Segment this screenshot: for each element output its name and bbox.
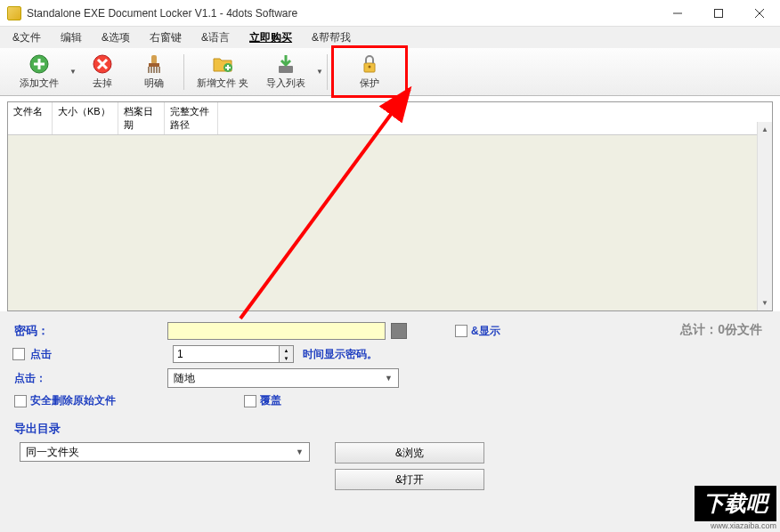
browse-label: &浏览 <box>395 446 424 461</box>
protect-button[interactable]: 保护 <box>339 50 400 93</box>
scroll-up-icon[interactable]: ▲ <box>758 122 772 137</box>
add-files-button[interactable]: 添加文件 <box>14 50 64 93</box>
spinner-buttons[interactable]: ▲ ▼ <box>280 345 294 363</box>
show-checkbox[interactable] <box>455 325 467 337</box>
toolbar-separator <box>183 54 184 90</box>
app-icon <box>7 6 21 20</box>
col-size[interactable]: 大小（KB） <box>53 102 118 134</box>
svg-rect-15 <box>279 66 293 73</box>
watermark-url: www.xiazaiba.com <box>695 521 776 530</box>
spinner-up-icon[interactable]: ▲ <box>280 346 293 354</box>
remove-label: 去掉 <box>93 77 112 90</box>
new-folder-button[interactable]: 新增文件 夹 <box>191 50 254 93</box>
menu-rightkey[interactable]: 右窗键 <box>141 28 191 47</box>
toolbar-separator-2 <box>327 54 328 90</box>
menu-language[interactable]: &语言 <box>192 28 239 47</box>
time-display-label: 时间显示密码。 <box>303 347 378 362</box>
file-list-panel: 文件名 大小（KB） 档案日期 完整文件路径 ▲ ▼ <box>7 101 773 311</box>
lock-icon <box>359 53 380 75</box>
minimize-button[interactable] <box>657 0 698 27</box>
export-dir-label: 导出目录 <box>14 421 61 437</box>
browse-button[interactable]: &浏览 <box>335 442 484 463</box>
new-folder-label: 新增文件 夹 <box>197 77 248 90</box>
menu-options[interactable]: &选项 <box>93 28 139 47</box>
maximize-button[interactable] <box>698 0 739 27</box>
clear-icon <box>143 53 165 75</box>
click2-label: 点击： <box>14 371 167 386</box>
position-select[interactable]: 随地 ▼ <box>167 368 399 388</box>
watermark-text: 下载吧 <box>695 486 776 521</box>
remove-button[interactable]: 去掉 <box>80 50 125 93</box>
import-dropdown-icon[interactable]: ▼ <box>316 68 323 76</box>
click-label: 点击 <box>30 347 173 362</box>
folder-icon <box>212 53 233 75</box>
open-button[interactable]: &打开 <box>335 469 484 490</box>
import-list-button[interactable]: 导入列表 <box>261 50 311 93</box>
spinner-down-icon[interactable]: ▼ <box>280 354 293 362</box>
titlebar: Standalone EXE Document Locker V1.1 - 4d… <box>0 0 780 27</box>
overwrite-checkbox[interactable] <box>244 395 256 407</box>
import-label: 导入列表 <box>266 77 305 90</box>
password-strength-box <box>391 323 407 339</box>
col-path[interactable]: 完整文件路径 <box>165 102 218 134</box>
vertical-scrollbar[interactable]: ▲ ▼ <box>757 122 772 310</box>
time-spinner[interactable]: 1 <box>173 345 280 363</box>
col-name[interactable]: 文件名 <box>8 102 53 134</box>
svg-point-17 <box>368 66 370 69</box>
window-title: Standalone EXE Document Locker V1.1 - 4d… <box>27 7 297 20</box>
window-controls <box>657 0 780 27</box>
svg-rect-10 <box>151 55 157 64</box>
watermark: 下载吧 www.xiazaiba.com <box>695 486 776 530</box>
clear-button[interactable]: 明确 <box>132 50 176 93</box>
close-button[interactable] <box>739 0 780 27</box>
col-date[interactable]: 档案日期 <box>118 102 165 134</box>
add-icon <box>28 53 50 75</box>
settings-panel: 总计：0份文件 密码： &显示 点击 1 ▲ ▼ 时间显示密码。 点击： 随地 … <box>0 311 780 532</box>
position-select-value: 随地 <box>174 371 195 386</box>
menu-edit[interactable]: 编辑 <box>52 28 91 47</box>
secure-delete-label: 安全删除原始文件 <box>30 393 244 408</box>
click-checkbox[interactable] <box>12 348 25 360</box>
secure-delete-checkbox[interactable] <box>14 395 27 407</box>
password-input[interactable] <box>167 322 386 340</box>
svg-rect-11 <box>149 63 159 67</box>
scroll-down-icon[interactable]: ▼ <box>758 295 772 310</box>
chevron-down-icon-2: ▼ <box>296 447 304 456</box>
password-label: 密码： <box>14 323 167 339</box>
remove-icon <box>92 53 113 75</box>
chevron-down-icon: ▼ <box>385 374 393 383</box>
clear-label: 明确 <box>144 77 164 90</box>
add-dropdown-icon[interactable]: ▼ <box>69 68 77 76</box>
protect-label: 保护 <box>360 77 379 90</box>
overwrite-label: 覆盖 <box>260 393 281 408</box>
show-label: &显示 <box>471 324 500 339</box>
protect-highlight-box: 保护 <box>331 45 408 98</box>
open-label: &打开 <box>395 472 424 488</box>
svg-rect-1 <box>715 10 723 18</box>
spinner-value: 1 <box>177 348 183 360</box>
menu-buynow[interactable]: 立即购买 <box>240 28 301 47</box>
add-label: 添加文件 <box>20 77 59 90</box>
export-folder-select[interactable]: 同一文件夹 ▼ <box>20 442 310 462</box>
total-files-label: 总计：0份文件 <box>680 322 762 338</box>
export-folder-value: 同一文件夹 <box>26 445 79 460</box>
import-icon <box>275 53 297 75</box>
menu-file[interactable]: &文件 <box>4 28 50 47</box>
menu-help[interactable]: &帮帮我 <box>303 28 360 47</box>
toolbar: 添加文件 ▼ 去掉 明确 新增文件 夹 导入列表 ▼ 保护 <box>0 48 780 96</box>
column-headers: 文件名 大小（KB） 档案日期 完整文件路径 <box>8 102 772 135</box>
